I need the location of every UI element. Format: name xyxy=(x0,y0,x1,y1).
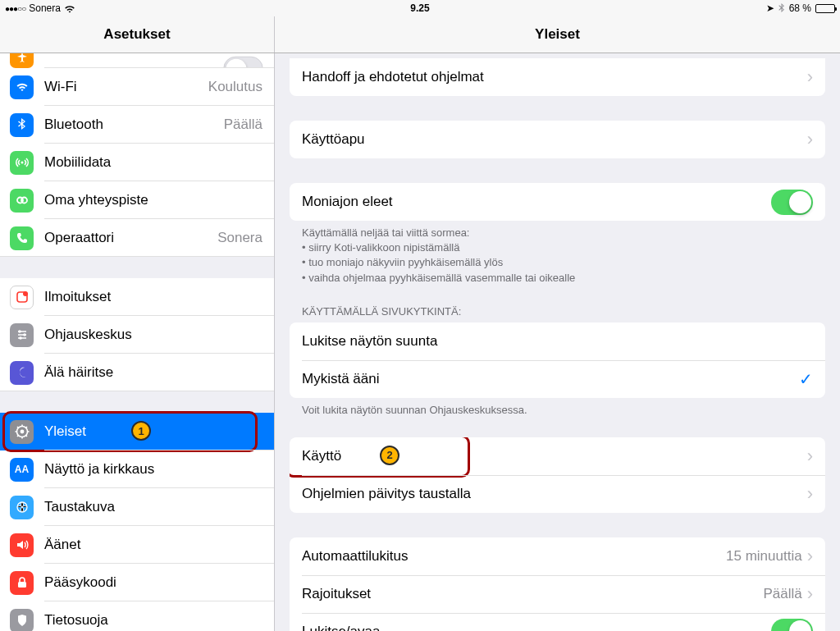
airplane-icon xyxy=(10,53,34,68)
privacy-label: Tietosuoja xyxy=(44,612,274,629)
chevron-icon: › xyxy=(807,546,813,567)
wifi-label: Wi-Fi xyxy=(44,79,208,95)
sidebar-item-general[interactable]: Yleiset 1 xyxy=(0,413,274,450)
row-restrictions[interactable]: Rajoitukset Päällä › xyxy=(290,575,825,613)
controlcenter-label: Ohjauskeskus xyxy=(44,327,274,343)
svg-line-16 xyxy=(17,436,18,437)
sidebar-item-dnd[interactable]: Älä häiritse xyxy=(0,354,274,391)
usage-label: Käyttö xyxy=(302,448,807,464)
nav-title-general: Yleiset xyxy=(275,16,840,53)
chevron-icon: › xyxy=(807,483,813,505)
svg-line-17 xyxy=(25,427,26,428)
background-refresh-label: Ohjelmien päivitys taustalla xyxy=(302,486,807,502)
row-background-refresh[interactable]: Ohjelmien päivitys taustalla › xyxy=(290,475,825,513)
cellular-label: Mobiilidata xyxy=(44,154,274,171)
location-icon: ➤ xyxy=(766,2,774,14)
check-icon: ✓ xyxy=(799,369,813,389)
bluetooth-value: Päällä xyxy=(224,117,262,133)
controlcenter-icon xyxy=(10,323,34,347)
svg-rect-20 xyxy=(18,582,26,588)
sideswitch-header: KÄYTTÄMÄLLÄ SIVUKYTKINTÄ: xyxy=(302,305,813,318)
hotspot-label: Oma yhteyspiste xyxy=(44,192,274,208)
carrier-value: Sonera xyxy=(217,230,262,246)
autolock-label: Automaattilukitus xyxy=(302,548,726,565)
annotation-badge-2: 2 xyxy=(380,446,399,465)
row-lock-rotation[interactable]: Lukitse näytön suunta xyxy=(290,322,825,360)
status-bar: ●●●○○ Sonera 9.25 ➤ 68 % xyxy=(0,0,840,16)
wifi-value: Koulutus xyxy=(208,79,262,95)
row-lockunlock[interactable]: Lukitse/avaa xyxy=(290,613,825,631)
general-detail: Handoff ja ehdotetut ohjelmat › Käyttöap… xyxy=(275,53,840,631)
sidebar-item-notifications[interactable]: Ilmoitukset xyxy=(0,278,274,316)
wallpaper-label: Taustakuva xyxy=(44,499,274,515)
nav-title-settings: Asetukset xyxy=(0,16,275,53)
svg-point-9 xyxy=(20,430,24,434)
settings-sidebar: Wi-Fi Koulutus Bluetooth Päällä Mobiilid… xyxy=(0,53,275,631)
status-time: 9.25 xyxy=(410,2,429,14)
row-mute[interactable]: Mykistä ääni ✓ xyxy=(290,360,825,398)
chevron-icon: › xyxy=(807,446,813,467)
bluetooth-settings-icon xyxy=(10,113,34,137)
general-label: Yleiset xyxy=(44,423,274,440)
bluetooth-icon xyxy=(778,3,785,14)
multitasking-toggle[interactable] xyxy=(771,190,813,215)
sounds-icon xyxy=(10,533,34,557)
passcode-label: Pääsykoodi xyxy=(44,574,274,591)
dnd-label: Älä häiritse xyxy=(44,364,274,381)
wifi-settings-icon xyxy=(10,75,34,99)
carrier-label: Operaattori xyxy=(44,230,217,246)
svg-point-4 xyxy=(23,291,28,296)
multitasking-footer: Käyttämällä neljää tai viittä sormea: • … xyxy=(302,226,813,286)
sidebar-item-bluetooth[interactable]: Bluetooth Päällä xyxy=(0,106,274,144)
lock-rotation-label: Lukitse näytön suunta xyxy=(302,333,813,350)
signal-icon: ●●●○○ xyxy=(5,4,25,13)
svg-point-2 xyxy=(21,198,27,203)
sidebar-item-privacy[interactable]: Tietosuoja xyxy=(0,601,274,631)
multitasking-label: Moniajon eleet xyxy=(302,194,771,210)
wifi-icon xyxy=(64,4,75,13)
sidebar-item-wallpaper[interactable]: Taustakuva xyxy=(0,488,274,526)
sidebar-item-airplane[interactable] xyxy=(0,53,274,68)
sidebar-item-carrier[interactable]: Operaattori Sonera xyxy=(0,219,274,257)
row-multitasking[interactable]: Moniajon eleet xyxy=(290,183,825,221)
autolock-value: 15 minuuttia xyxy=(726,548,802,565)
row-autolock[interactable]: Automaattilukitus 15 minuuttia › xyxy=(290,537,825,575)
airplane-toggle[interactable] xyxy=(223,57,262,68)
svg-point-7 xyxy=(19,336,22,340)
handoff-label: Handoff ja ehdotetut ohjelmat xyxy=(302,69,807,85)
mute-label: Mykistä ääni xyxy=(302,371,799,387)
display-icon: AA xyxy=(10,458,34,482)
row-handoff[interactable]: Handoff ja ehdotetut ohjelmat › xyxy=(290,58,825,96)
notifications-label: Ilmoitukset xyxy=(44,289,274,305)
sidebar-item-display[interactable]: AA Näyttö ja kirkkaus xyxy=(0,450,274,488)
sidebar-item-cellular[interactable]: Mobiilidata xyxy=(0,144,274,181)
restrictions-label: Rajoitukset xyxy=(302,586,763,602)
svg-point-6 xyxy=(23,333,26,336)
display-label: Näyttö ja kirkkaus xyxy=(44,461,274,478)
sounds-label: Äänet xyxy=(44,537,274,553)
chevron-icon: › xyxy=(807,583,813,605)
lockunlock-label: Lukitse/avaa xyxy=(302,624,771,631)
svg-point-5 xyxy=(18,330,21,333)
carrier-icon xyxy=(10,226,34,250)
sidebar-item-wifi[interactable]: Wi-Fi Koulutus xyxy=(0,68,274,106)
accessibility-label: Käyttöapu xyxy=(302,131,807,148)
cellular-icon xyxy=(10,151,34,175)
row-accessibility[interactable]: Käyttöapu › xyxy=(290,121,825,158)
nav-bar: Asetukset Yleiset xyxy=(0,16,840,53)
chevron-icon: › xyxy=(807,129,813,150)
hotspot-icon xyxy=(10,189,34,213)
restrictions-value: Päällä xyxy=(763,586,801,602)
sidebar-item-hotspot[interactable]: Oma yhteyspiste xyxy=(0,181,274,219)
sidebar-item-passcode[interactable]: Pääsykoodi xyxy=(0,564,274,601)
sideswitch-footer: Voit lukita näytön suunnan Ohjauskeskuks… xyxy=(302,403,813,418)
chevron-icon: › xyxy=(807,66,813,88)
row-usage[interactable]: Käyttö › 2 xyxy=(290,437,825,475)
sidebar-item-controlcenter[interactable]: Ohjauskeskus xyxy=(0,316,274,354)
lockunlock-toggle[interactable] xyxy=(771,619,813,631)
carrier-name: Sonera xyxy=(29,2,61,14)
sidebar-item-sounds[interactable]: Äänet xyxy=(0,526,274,564)
battery-percent: 68 % xyxy=(789,2,811,14)
bluetooth-label: Bluetooth xyxy=(44,117,224,133)
passcode-icon xyxy=(10,571,34,595)
